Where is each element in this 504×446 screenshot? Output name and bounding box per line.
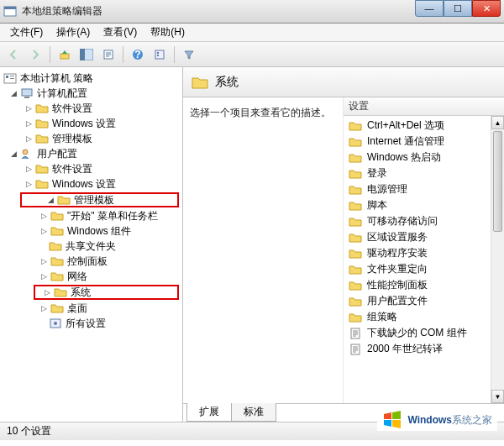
- folder-icon: [192, 75, 208, 90]
- tree-uc-software[interactable]: 软件设置: [52, 162, 92, 176]
- expander-icon[interactable]: ◢: [8, 88, 18, 98]
- scroll-thumb[interactable]: [493, 131, 502, 232]
- svg-rect-10: [157, 55, 159, 56]
- folder-icon: [50, 225, 64, 237]
- list-item[interactable]: 用户配置文件: [344, 293, 504, 309]
- close-button[interactable]: ✕: [472, 0, 501, 17]
- maximize-button[interactable]: ☐: [444, 0, 472, 17]
- list-item[interactable]: 下载缺少的 COM 组件: [344, 325, 504, 341]
- tree-windows-comp[interactable]: Windows 组件: [67, 224, 131, 239]
- list-item-label: 电源管理: [367, 182, 407, 197]
- scroll-down-button[interactable]: ▼: [491, 390, 504, 403]
- svg-rect-1: [4, 7, 16, 9]
- tree-root[interactable]: 本地计算机 策略: [20, 71, 93, 86]
- scroll-up-button[interactable]: ▲: [491, 116, 504, 129]
- tree-pane: 本地计算机 策略 ◢计算机配置 ▷软件设置 ▷Windows 设置 ▷管理模板 …: [0, 67, 183, 422]
- expander-icon[interactable]: ▷: [24, 118, 34, 129]
- tree-user-config[interactable]: 用户配置: [37, 147, 77, 161]
- expander-icon[interactable]: ▷: [39, 256, 49, 266]
- show-hide-tree-button[interactable]: [76, 45, 97, 65]
- tree-uc-admin[interactable]: 管理模板: [74, 193, 114, 207]
- tree-shared-folders[interactable]: 共享文件夹: [66, 239, 116, 254]
- description-prompt: 选择一个项目来查看它的描述。: [190, 107, 331, 118]
- expander-icon[interactable]: ▷: [24, 134, 34, 144]
- svg-text:?: ?: [134, 49, 140, 60]
- menu-help[interactable]: 帮助(H): [144, 25, 192, 39]
- expander-icon[interactable]: ◢: [8, 149, 18, 159]
- list-item[interactable]: 可移动存储访问: [344, 213, 504, 229]
- vertical-scrollbar[interactable]: ▲ ▼: [491, 116, 504, 403]
- tree-system[interactable]: 系统: [71, 286, 91, 300]
- app-icon: [3, 5, 17, 18]
- properties-button[interactable]: [150, 45, 170, 65]
- tree-desktop[interactable]: 桌面: [67, 302, 87, 316]
- folder-icon: [50, 270, 64, 282]
- list-item[interactable]: Ctrl+Alt+Del 选项: [344, 118, 504, 134]
- export-list-button[interactable]: [98, 45, 118, 65]
- expander-icon[interactable]: ▷: [24, 103, 34, 113]
- list-item-label: 可移动存储访问: [367, 214, 438, 228]
- list-item[interactable]: 脚本: [344, 197, 504, 213]
- svg-rect-14: [10, 78, 14, 79]
- toolbar-separator: [50, 46, 50, 63]
- list-item[interactable]: 电源管理: [344, 181, 504, 197]
- up-button[interactable]: [55, 45, 75, 65]
- folder-icon: [54, 286, 67, 298]
- expander-icon[interactable]: ▷: [39, 211, 49, 221]
- folder-icon: [349, 120, 362, 132]
- settings-icon: [49, 317, 62, 329]
- folder-icon: [349, 136, 362, 148]
- list-item[interactable]: 区域设置服务: [344, 229, 504, 245]
- tree-all-settings[interactable]: 所有设置: [66, 317, 106, 331]
- expander-icon[interactable]: ▷: [24, 164, 34, 174]
- computer-icon: [20, 87, 34, 99]
- list-item[interactable]: Windows 热启动: [344, 150, 504, 165]
- expander-icon[interactable]: ▷: [39, 226, 49, 236]
- expander-icon[interactable]: ◢: [45, 195, 55, 205]
- svg-rect-16: [24, 97, 29, 98]
- list-item[interactable]: 2000 年世纪转译: [344, 341, 504, 357]
- filter-button[interactable]: [179, 45, 199, 65]
- tab-standard[interactable]: 标准: [231, 403, 276, 422]
- svg-rect-20: [351, 328, 360, 338]
- expander-icon[interactable]: ▷: [42, 287, 52, 297]
- tree-computer-config[interactable]: 计算机配置: [37, 87, 87, 101]
- list-item[interactable]: 性能控制面板: [344, 277, 504, 293]
- right-pane: 系统 选择一个项目来查看它的描述。 设置 Ctrl+Alt+Del 选项Inte…: [183, 67, 504, 422]
- folder-icon: [50, 255, 64, 267]
- expander-icon[interactable]: ▷: [39, 271, 49, 281]
- list-item-label: 下载缺少的 COM 组件: [367, 326, 467, 340]
- list-item[interactable]: 组策略: [344, 309, 504, 325]
- tab-extended[interactable]: 扩展: [186, 403, 232, 422]
- menu-view[interactable]: 查看(V): [97, 25, 144, 39]
- tree-cc-software[interactable]: 软件设置: [52, 102, 92, 116]
- forward-button[interactable]: [25, 45, 45, 65]
- tree-cc-windows[interactable]: Windows 设置: [52, 117, 116, 131]
- tree-start-menu[interactable]: "开始" 菜单和任务栏: [67, 209, 158, 223]
- tree-network[interactable]: 网络: [67, 270, 87, 284]
- titlebar: 本地组策略编辑器 — ☐ ✕: [0, 0, 504, 24]
- back-button[interactable]: [3, 45, 24, 65]
- folder-icon: [57, 194, 71, 206]
- list-item[interactable]: 驱动程序安装: [344, 245, 504, 261]
- windows-logo-icon: [382, 411, 402, 429]
- list-item[interactable]: Internet 通信管理: [344, 134, 504, 150]
- content-area: 本地计算机 策略 ◢计算机配置 ▷软件设置 ▷Windows 设置 ▷管理模板 …: [0, 67, 504, 422]
- folder-icon: [35, 178, 49, 190]
- minimize-button[interactable]: —: [415, 0, 444, 17]
- svg-rect-4: [80, 49, 85, 60]
- help-button[interactable]: ?: [128, 45, 148, 65]
- tree-cc-admin[interactable]: 管理模板: [52, 132, 92, 146]
- list-item-label: 区域设置服务: [367, 230, 428, 244]
- list-item[interactable]: 登录: [344, 165, 504, 181]
- folder-icon: [349, 216, 362, 228]
- expander-icon[interactable]: ▷: [39, 303, 49, 313]
- tree-control-panel[interactable]: 控制面板: [67, 254, 108, 269]
- tree-uc-windows[interactable]: Windows 设置: [52, 177, 116, 192]
- column-header-settings[interactable]: 设置: [344, 97, 504, 116]
- menu-file[interactable]: 文件(F): [3, 25, 50, 39]
- menu-action[interactable]: 操作(A): [50, 25, 97, 39]
- expander-icon[interactable]: ▷: [24, 179, 34, 189]
- list-item[interactable]: 文件夹重定向: [344, 261, 504, 277]
- menubar: 文件(F) 操作(A) 查看(V) 帮助(H): [0, 24, 504, 42]
